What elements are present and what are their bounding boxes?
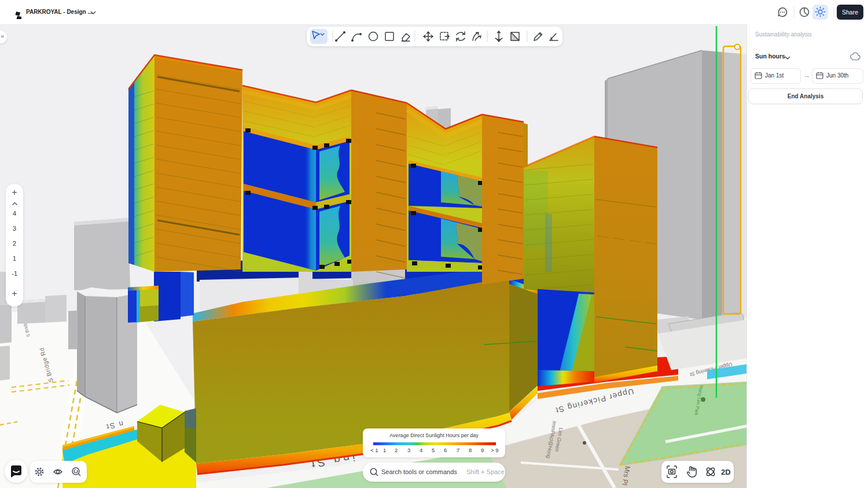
svg-text:2D: 2D [721,468,731,476]
